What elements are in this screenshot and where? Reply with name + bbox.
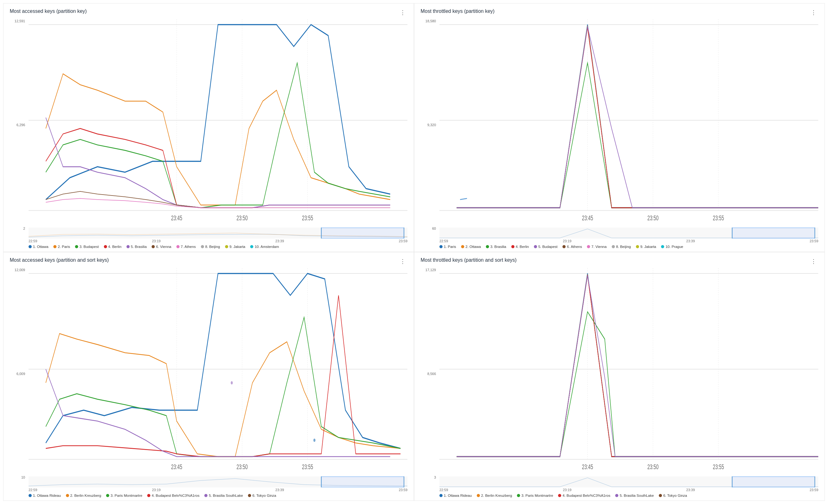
y-label-bot-4: 3 — [421, 475, 438, 479]
x-label-2-1: 23:19 — [563, 239, 572, 243]
panel-title-4: Most throttled keys (partition and sort … — [421, 257, 516, 263]
legend-label-ottawa: 1. Ottawa — [33, 245, 48, 249]
svg-text:23:55: 23:55 — [302, 214, 313, 222]
legend-dot-3-berlin — [66, 494, 69, 497]
x-label-0: 22:59 — [29, 239, 37, 243]
chart-inner: 23:45 23:50 23:55 — [29, 19, 407, 227]
legend-label-4-paris: 3. Paris Montmartre — [521, 494, 553, 497]
svg-text:23:55: 23:55 — [302, 463, 313, 471]
svg-text:23:55: 23:55 — [713, 463, 724, 471]
legend-item-3-paris: 3. Paris Montmartre — [106, 494, 142, 497]
legend-label-3-budapest: 4. Budapest Belv%C3%A1ros — [152, 494, 199, 497]
svg-text:23:45: 23:45 — [582, 214, 593, 222]
svg-line-22 — [460, 198, 467, 199]
panel-most-throttled-sort: Most throttled keys (partition and sort … — [414, 252, 825, 501]
legend-label-amsterdam: 10. Amsterdam — [255, 245, 279, 249]
y-axis-labels: 12,591 6,296 2 — [10, 19, 27, 230]
legend-item-paris: 2. Paris — [53, 245, 70, 249]
legend-item-3-berlin: 2. Berlin Kreuzberg — [66, 494, 101, 497]
legend-item-3-brasilia: 5. Brasilia SouthLake — [204, 494, 243, 497]
panel-header-2: Most throttled keys (partition key) ⋮ — [421, 8, 818, 17]
x-axis-labels-2: 22:59 23:19 23:39 23:59 — [440, 239, 818, 243]
legend-item-2-athens: 6. Athens — [563, 245, 582, 249]
chart-area-2: 18,580 9,320 60 23:45 23:50 23:55 — [421, 19, 818, 243]
minimap-area — [29, 227, 407, 239]
panel-menu-icon-4[interactable]: ⋮ — [809, 257, 818, 265]
legend-item-berlin: 4. Berlin — [104, 245, 121, 249]
legend-label-2-berlin: 4. Berlin — [516, 245, 529, 249]
panel-menu-icon-3[interactable]: ⋮ — [398, 257, 407, 265]
legend-label-4-brasilia: 5. Brasilia SouthLake — [620, 494, 654, 497]
panel-menu-icon-2[interactable]: ⋮ — [809, 8, 818, 17]
legend-dot-berlin — [104, 245, 107, 248]
legend-label-3-berlin: 2. Berlin Kreuzberg — [70, 494, 101, 497]
legend-dot-brasilia — [126, 245, 130, 248]
panel-most-accessed-sort: Most accessed keys (partition and sort k… — [3, 252, 414, 501]
x-axis-labels-4: 22:59 23:19 23:39 23:59 — [440, 488, 818, 492]
legend-dot-ottawa — [29, 245, 32, 248]
legend-item-3-tokyo: 6. Tokyo Ginza — [248, 494, 276, 497]
legend-item-4-budapest: 4. Budapest Belv%C3%A1ros — [558, 494, 610, 497]
y-label-top: 12,591 — [10, 19, 27, 23]
legend-dot-2-budapest — [534, 245, 537, 248]
svg-rect-52 — [732, 477, 815, 487]
legend-item-3-ottawa: 1. Ottawa Rideau — [29, 494, 61, 497]
legend-item-4-ottawa: 1. Ottawa Rideau — [440, 494, 472, 497]
panel-title: Most accessed keys (partition key) — [10, 8, 87, 14]
legend-dot-2-jakarta — [636, 245, 639, 248]
y-axis-labels-2: 18,580 9,320 60 — [421, 19, 438, 230]
legend-dot-3-ottawa — [29, 494, 32, 497]
legend-dot-paris — [53, 245, 56, 248]
legend-label-berlin: 4. Berlin — [108, 245, 121, 249]
chart-svg-3: 23:45 23:50 23:55 — [29, 268, 407, 476]
legend-item-2-budapest: 5. Budapest — [534, 245, 557, 249]
y-label-bot-3: 10 — [10, 475, 27, 479]
legend-dot-4-budapest — [558, 494, 561, 497]
legend-item-2-vienna: 7. Vienna — [587, 245, 607, 249]
legend-item-4-paris: 3. Paris Montmartre — [517, 494, 553, 497]
x-label-3-1: 23:19 — [152, 488, 161, 492]
legend: 1. Ottawa 2. Paris 3. Budapest 4. Berlin… — [29, 245, 407, 249]
panel-title-3: Most accessed keys (partition and sort k… — [10, 257, 109, 263]
legend-label-2-vienna: 7. Vienna — [591, 245, 607, 249]
svg-text:23:45: 23:45 — [582, 463, 593, 471]
legend-label-vienna: 6. Vienna — [156, 245, 171, 249]
legend-dot-2-ottawa — [461, 245, 464, 248]
y-label-bot-2: 60 — [421, 226, 438, 230]
legend-label-2-budapest: 5. Budapest — [538, 245, 557, 249]
legend-label-paris: 2. Paris — [58, 245, 70, 249]
svg-rect-10 — [321, 228, 404, 238]
legend-dot-4-berlin — [477, 494, 480, 497]
y-label-top-3: 12,009 — [10, 268, 27, 272]
legend-label-2-beijing: 8. Beijing — [616, 245, 631, 249]
x-label-2-3: 23:59 — [810, 239, 818, 243]
legend-item-beijing: 8. Beijing — [201, 245, 220, 249]
legend-dot-3-brasilia — [204, 494, 207, 497]
legend-label-4-ottawa: 1. Ottawa Rideau — [444, 494, 472, 497]
x-label-3-0: 22:59 — [29, 488, 37, 492]
panel-most-throttled-partition: Most throttled keys (partition key) ⋮ 18… — [414, 3, 825, 252]
legend-dot-2-berlin — [511, 245, 514, 248]
x-label-4-2: 23:39 — [686, 488, 695, 492]
legend-label-3-brasilia: 5. Brasilia SouthLake — [209, 494, 243, 497]
legend-label-3-ottawa: 1. Ottawa Rideau — [33, 494, 61, 497]
legend-3: 1. Ottawa Rideau 2. Berlin Kreuzberg 3. … — [29, 494, 407, 497]
y-label-mid-4: 8,566 — [421, 372, 438, 376]
legend-dot-3-tokyo — [248, 494, 251, 497]
panel-menu-icon[interactable]: ⋮ — [398, 8, 407, 17]
legend-item-2-beijing: 8. Beijing — [612, 245, 631, 249]
chart-inner-3: 23:45 23:50 23:55 — [29, 268, 407, 476]
legend-label-2-jakarta: 9. Jakarta — [640, 245, 656, 249]
legend-dot-4-paris — [517, 494, 520, 497]
legend-item-budapest: 3. Budapest — [75, 245, 98, 249]
legend-dot-vienna — [152, 245, 155, 248]
legend-dot-4-ottawa — [440, 494, 443, 497]
y-label-mid-2: 9,320 — [421, 123, 438, 127]
legend-dot-budapest — [75, 245, 78, 248]
svg-text:23:50: 23:50 — [236, 463, 248, 471]
y-label-top-2: 18,580 — [421, 19, 438, 23]
legend-item-2-brasilia: 3. Brasilia — [486, 245, 506, 249]
legend-item-2-ottawa: 2. Ottawa — [461, 245, 481, 249]
x-label-2: 23:39 — [275, 239, 284, 243]
legend-dot-athens — [176, 245, 179, 248]
